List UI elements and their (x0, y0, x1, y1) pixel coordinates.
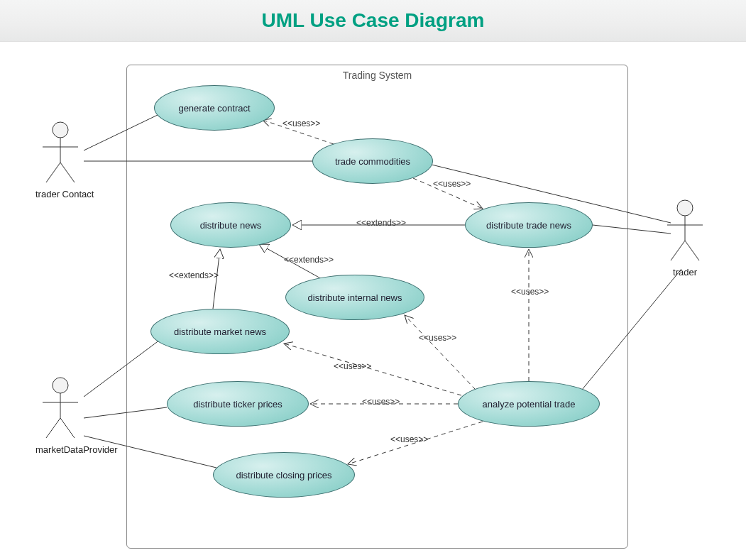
svg-line-4 (60, 163, 75, 182)
label-extends-din-dn: <<extends>> (284, 255, 334, 265)
title-bar: UML Use Case Diagram (0, 0, 746, 42)
usecase-distribute-closing-prices: distribute closing prices (213, 452, 355, 498)
label-uses-apt-dmn: <<uses>> (334, 361, 371, 371)
usecase-distribute-internal-news: distribute internal news (285, 275, 424, 320)
actor-market-data-provider: marketDataProvider (35, 375, 85, 455)
usecase-label: distribute trade news (486, 220, 571, 231)
actor-trader-contact: trader Contact (35, 120, 85, 199)
svg-line-13 (671, 241, 685, 260)
usecase-distribute-news: distribute news (170, 202, 291, 248)
label-uses-apt-dtn: <<uses>> (511, 287, 549, 297)
usecase-trade-commodities: trade commodities (312, 138, 433, 184)
usecase-label: distribute internal news (308, 292, 402, 303)
svg-line-8 (46, 418, 60, 438)
svg-line-3 (46, 163, 60, 182)
actor-icon (35, 120, 85, 187)
label-uses-tc-dtn: <<uses>> (433, 179, 471, 189)
usecase-label: distribute closing prices (236, 470, 331, 481)
svg-line-9 (60, 418, 75, 438)
actor-label: marketDataProvider (35, 444, 85, 455)
svg-line-14 (685, 241, 699, 260)
actor-label: trader (660, 267, 710, 278)
usecase-label: generate contract (178, 103, 250, 114)
svg-point-0 (53, 122, 68, 138)
svg-point-10 (677, 200, 693, 216)
diagram-canvas: Trading System (0, 42, 746, 560)
label-extends-dmn-dn: <<extends>> (169, 270, 219, 280)
svg-point-5 (53, 378, 68, 393)
usecase-distribute-trade-news: distribute trade news (465, 202, 593, 248)
actor-trader: trader (660, 198, 710, 278)
usecase-label: distribute market news (174, 326, 266, 337)
label-uses-apt-dcp: <<uses>> (390, 434, 428, 444)
usecase-label: analyze potential trade (483, 399, 576, 410)
actor-label: trader Contact (35, 189, 85, 199)
usecase-label: distribute ticker prices (193, 399, 283, 410)
label-extends-dtn-dn: <<extends>> (356, 218, 406, 228)
usecase-analyze-potential-trade: analyze potential trade (458, 381, 600, 427)
usecase-label: trade commodities (335, 156, 410, 167)
usecase-label: distribute news (200, 220, 262, 231)
actor-icon (660, 198, 710, 265)
page-title: UML Use Case Diagram (262, 9, 485, 32)
label-uses-tc-gc: <<uses>> (283, 119, 320, 128)
usecase-distribute-market-news: distribute market news (150, 309, 290, 354)
label-uses-apt-dtp: <<uses>> (362, 397, 400, 407)
usecase-distribute-ticker-prices: distribute ticker prices (167, 381, 309, 427)
label-uses-apt-din: <<uses>> (419, 333, 456, 343)
system-title: Trading System (127, 70, 627, 81)
usecase-generate-contract: generate contract (154, 85, 275, 131)
actor-icon (35, 375, 85, 443)
